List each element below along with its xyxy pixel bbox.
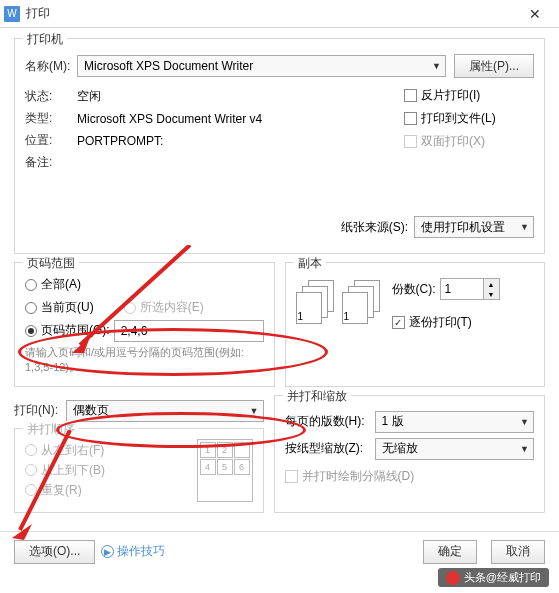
ok-button[interactable]: 确定 [423, 540, 477, 564]
page-range-title: 页码范围 [23, 255, 79, 272]
chevron-down-icon: ▼ [520, 417, 529, 427]
chevron-down-icon: ▼ [250, 406, 259, 416]
paper-source-label: 纸张来源(S): [341, 219, 408, 236]
printer-group-title: 打印机 [23, 31, 67, 48]
paper-source-select[interactable]: 使用打印机设置 ▼ [414, 216, 534, 238]
note-label: 备注: [25, 154, 77, 171]
radio-selection: 所选内容(E) [124, 299, 204, 316]
printer-name-select[interactable]: Microsoft XPS Document Writer ▼ [77, 55, 446, 77]
tips-link[interactable]: ▶操作技巧 [101, 543, 165, 560]
radio-pages[interactable]: 页码范围(G): [25, 322, 110, 339]
scale-title: 并打和缩放 [283, 388, 351, 405]
page-range-group: 页码范围 全部(A) 当前页(U) 所选内容(E) 页码范围(G): 2,4,6… [14, 262, 275, 387]
location-value: PORTPROMPT: [77, 134, 163, 148]
printer-group: 打印机 名称(M): Microsoft XPS Document Writer… [14, 38, 545, 254]
type-value: Microsoft XPS Document Writer v4 [77, 112, 262, 126]
arrangement-preview: 12456 [197, 439, 253, 502]
print-order-group: 并打顺序 从左到右(F) 从上到下(B) 重复(R) 12456 [14, 428, 264, 513]
chevron-down-icon: ▼ [520, 222, 529, 232]
cancel-button[interactable]: 取消 [491, 540, 545, 564]
chevron-down-icon: ▼ [520, 444, 529, 454]
watermark: 头条@经威打印 [438, 568, 549, 587]
chevron-down-icon: ▼ [432, 61, 441, 71]
properties-button[interactable]: 属性(P)... [454, 54, 534, 78]
copies-spinner[interactable]: 1 ▲▼ [440, 278, 500, 300]
copies-group: 副本 321 321 份数(C): 1 ▲▼ ✓逐份打印(T) [285, 262, 546, 387]
bysize-select[interactable]: 无缩放▼ [375, 438, 535, 460]
radio-tb: 从上到下(B) [25, 462, 187, 479]
window-title: 打印 [26, 5, 515, 22]
radio-lr: 从左到右(F) [25, 442, 187, 459]
close-button[interactable]: ✕ [515, 0, 555, 28]
print-order-title: 并打顺序 [23, 421, 79, 438]
gridlines-checkbox: 并打时绘制分隔线(D) [285, 468, 535, 485]
bysize-label: 按纸型缩放(Z): [285, 440, 375, 457]
copies-title: 副本 [294, 255, 326, 272]
printer-name-value: Microsoft XPS Document Writer [84, 59, 253, 73]
status-value: 空闲 [77, 88, 101, 105]
collate-preview: 321 321 [296, 280, 382, 324]
location-label: 位置: [25, 132, 77, 149]
perpage-label: 每页的版数(H): [285, 413, 375, 430]
perpage-select[interactable]: 1 版▼ [375, 411, 535, 433]
page-range-hint: 请输入页码和/或用逗号分隔的页码范围(例如: 1,3,5-12)。 [25, 345, 264, 376]
print-what-label: 打印(N): [14, 402, 66, 419]
copies-label: 份数(C): [392, 281, 436, 298]
print-what-select[interactable]: 偶数页 ▼ [66, 400, 264, 422]
scale-group: 并打和缩放 每页的版数(H): 1 版▼ 按纸型缩放(Z): 无缩放▼ 并打时绘… [274, 395, 546, 513]
radio-current[interactable]: 当前页(U) [25, 299, 94, 316]
options-button[interactable]: 选项(O)... [14, 540, 95, 564]
radio-all[interactable]: 全部(A) [25, 276, 264, 293]
page-range-input[interactable]: 2,4,6 [114, 320, 264, 342]
printer-name-label: 名称(M): [25, 58, 77, 75]
status-label: 状态: [25, 88, 77, 105]
duplex-checkbox: 双面打印(X) [404, 133, 534, 150]
collate-checkbox[interactable]: ✓逐份打印(T) [392, 314, 535, 331]
play-icon: ▶ [101, 545, 114, 558]
app-icon: W [4, 6, 20, 22]
reverse-print-checkbox[interactable]: 反片打印(I) [404, 87, 534, 104]
type-label: 类型: [25, 110, 77, 127]
radio-repeat: 重复(R) [25, 482, 187, 499]
print-to-file-checkbox[interactable]: 打印到文件(L) [404, 110, 534, 127]
